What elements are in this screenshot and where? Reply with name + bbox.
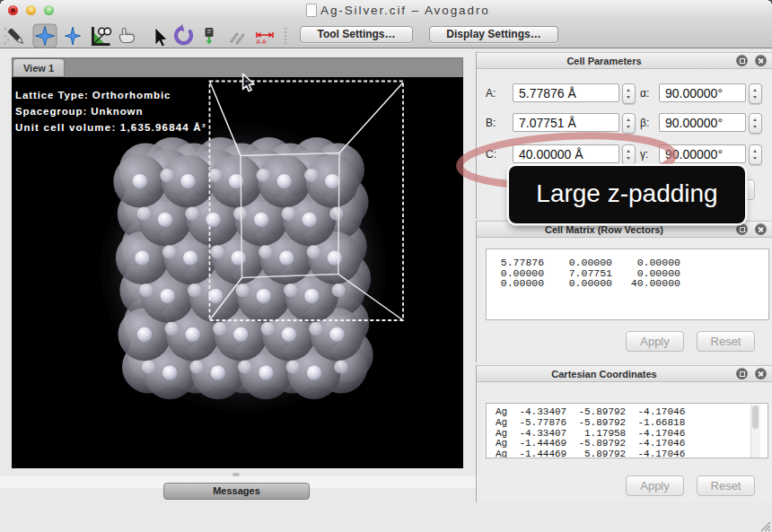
svg-text:Lattice Type: Orthorhombic: Lattice Type: Orthorhombic <box>15 90 171 100</box>
svg-text:Unit cell volume: 1,635.96844: Unit cell volume: 1,635.96844 Å³ <box>15 122 206 133</box>
svg-text:Spacegroup: Unknown: Spacegroup: Unknown <box>15 106 143 117</box>
svg-text:A·A·: A·A· <box>257 39 268 45</box>
